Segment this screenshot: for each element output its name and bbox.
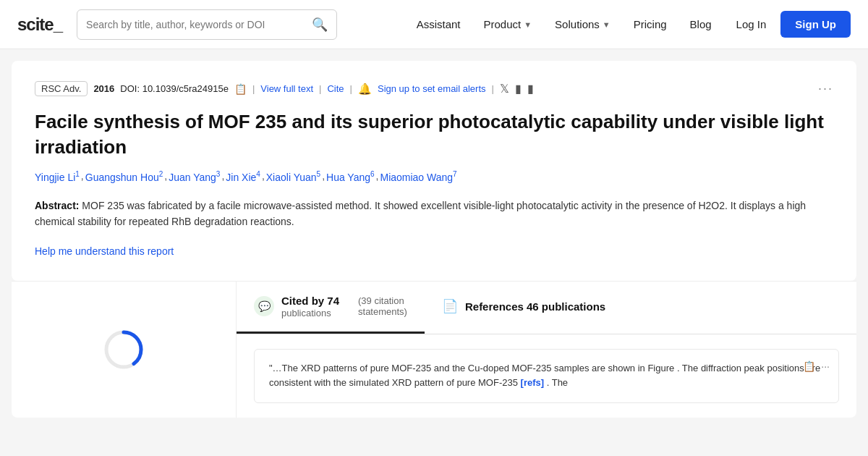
tab-references[interactable]: 📄 References 46 publications xyxy=(425,282,623,334)
nav-item-product[interactable]: Product ▼ xyxy=(474,12,542,36)
nav-item-assistant[interactable]: Assistant xyxy=(407,12,471,36)
author-6[interactable]: Hua Yang6 xyxy=(326,170,375,183)
nav-label-pricing: Pricing xyxy=(634,18,667,30)
citation-quote: "…The XRD patterns of pure MOF-235 and t… xyxy=(254,349,839,404)
logo[interactable]: scite_ xyxy=(17,14,62,35)
linkedin-icon[interactable]: ▮ xyxy=(527,82,534,96)
copy-icon[interactable]: 📋 xyxy=(234,83,247,95)
login-button[interactable]: Log In xyxy=(725,12,778,36)
citation-area: 💬 Cited by 74 publications (39 citation … xyxy=(236,282,856,418)
search-input[interactable] xyxy=(86,19,307,30)
citation-body: "…The XRD patterns of pure MOF-235 and t… xyxy=(237,334,856,418)
citation-chat-icon: 💬 xyxy=(254,296,274,316)
search-bar: 🔍 xyxy=(77,9,337,40)
quote-suffix: . The xyxy=(547,377,568,388)
chevron-down-icon: ▼ xyxy=(603,20,610,29)
nav-item-blog[interactable]: Blog xyxy=(680,12,722,36)
abstract-text: MOF 235 was fabricated by a facile micro… xyxy=(35,200,806,227)
document-icon: 📄 xyxy=(442,298,458,314)
year: 2016 xyxy=(93,83,114,94)
navbar: scite_ 🔍 Assistant Product ▼ Solutions ▼… xyxy=(0,0,868,49)
quote-text: "…The XRD patterns of pure MOF-235 and t… xyxy=(269,363,820,389)
doi: DOI: 10.1039/c5ra24915e xyxy=(120,83,229,94)
copy-quote-icon[interactable]: 📋 xyxy=(803,358,815,374)
citation-tabs: 💬 Cited by 74 publications (39 citation … xyxy=(237,282,856,334)
search-icon[interactable]: 🔍 xyxy=(312,17,328,33)
social-share: 𝕏 ▮ ▮ xyxy=(500,82,534,96)
spinner-area xyxy=(12,282,236,418)
paper-card: RSC Adv. 2016 DOI: 10.1039/c5ra24915e 📋 … xyxy=(12,61,856,281)
quote-actions: 📋 ··· xyxy=(803,358,830,374)
facebook-icon[interactable]: ▮ xyxy=(515,82,522,96)
logo-text: scite_ xyxy=(17,14,62,34)
signup-button[interactable]: Sign Up xyxy=(780,11,851,38)
author-7[interactable]: Miaomiao Wang7 xyxy=(380,170,456,183)
references-label: References 46 publications xyxy=(465,300,605,313)
twitter-icon[interactable]: 𝕏 xyxy=(500,82,509,96)
author-2[interactable]: Guangshun Hou2 xyxy=(85,170,163,183)
statements-label: (39 citation statements) xyxy=(358,295,407,317)
email-alert-link[interactable]: Sign up to set email alerts xyxy=(378,83,486,94)
author-4[interactable]: Jin Xie4 xyxy=(226,170,260,183)
abstract-label: Abstract: xyxy=(35,200,79,211)
bell-icon: 🔔 xyxy=(358,83,372,96)
journal-badge: RSC Adv. xyxy=(35,81,88,96)
abstract: Abstract: MOF 235 was fabricated by a fa… xyxy=(35,198,833,230)
loading-spinner xyxy=(102,328,145,371)
paper-title: Facile synthesis of MOF 235 and its supe… xyxy=(35,109,833,160)
nav-label-product: Product xyxy=(484,18,522,30)
authors-list: Yingjie Li1, Guangshun Hou2, Juan Yang3,… xyxy=(35,170,833,183)
bottom-section: 💬 Cited by 74 publications (39 citation … xyxy=(12,281,856,418)
author-3[interactable]: Juan Yang3 xyxy=(169,170,220,183)
more-quote-icon[interactable]: ··· xyxy=(821,358,830,374)
author-1[interactable]: Yingjie Li1 xyxy=(35,170,80,183)
login-label: Log In xyxy=(736,18,767,30)
more-options-button[interactable]: ··· xyxy=(818,81,833,96)
nav-label-solutions: Solutions xyxy=(555,18,600,30)
cite-link[interactable]: Cite xyxy=(327,83,344,94)
nav-label-assistant: Assistant xyxy=(417,18,461,30)
view-full-text-link[interactable]: View full text xyxy=(260,83,313,94)
nav-links: Assistant Product ▼ Solutions ▼ Pricing … xyxy=(407,11,851,38)
nav-item-pricing[interactable]: Pricing xyxy=(624,12,677,36)
chevron-down-icon: ▼ xyxy=(524,20,532,29)
help-link[interactable]: Help me understand this report xyxy=(35,245,174,257)
refs-tag[interactable]: [refs] xyxy=(521,377,545,388)
nav-item-solutions[interactable]: Solutions ▼ xyxy=(545,12,621,36)
cited-by-label: Cited by 74 publications xyxy=(281,295,339,318)
meta-row: RSC Adv. 2016 DOI: 10.1039/c5ra24915e 📋 … xyxy=(35,81,833,96)
nav-label-blog: Blog xyxy=(690,18,712,30)
tab-cited-by[interactable]: 💬 Cited by 74 publications (39 citation … xyxy=(237,282,425,334)
signup-label: Sign Up xyxy=(795,18,836,30)
author-5[interactable]: Xiaoli Yuan5 xyxy=(266,170,320,183)
